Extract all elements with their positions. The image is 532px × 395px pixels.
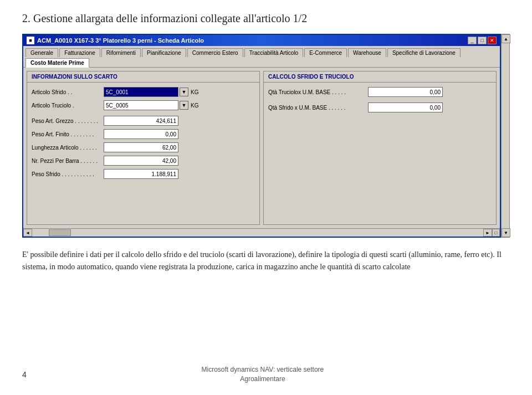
tab-ecommerce[interactable]: E-Commerce [304,48,347,57]
input-peso-sfrido[interactable] [104,169,178,179]
label-peso-sfrido: Peso Sfrido . . . . . . . . . . . [32,171,104,177]
tab-warehouse[interactable]: Warehouse [348,48,386,57]
label-qta-truciolo: Qtà Truciolox U.M. BASE . . . . . [268,89,368,95]
description-text: E' possibile definire i dati per il calc… [22,249,510,274]
tab-pianificazione[interactable]: Pianificazione [142,48,186,57]
scroll-track [32,229,483,237]
scroll-left-btn[interactable]: ◄ [23,229,32,237]
window-title: ACM_A0010 X167-3 3° Platorello 3 perni -… [37,37,204,44]
field-row-qta-sfrido: Qtà Sfrido x U.M. BASE . . . . . . [268,102,492,112]
input-qta-sfrido[interactable] [368,102,443,112]
tab-rifornimenti[interactable]: Rifornimenti [101,48,141,57]
window-content: INFORMAZIONI SULLO SCARTO Articolo Sfrid… [23,68,500,228]
btn-sfrido[interactable]: ▼ [180,88,188,96]
scroll-right-btn[interactable]: ► [483,229,492,237]
unit-truciolo: KG [191,102,198,109]
input-lunghezza[interactable] [104,142,178,152]
tab-tracciabilita[interactable]: Tracciabilità Articolo [244,48,304,57]
tab-generale[interactable]: Generale [25,48,58,57]
scroll-up-btn[interactable]: ▲ [502,34,510,43]
input-truciolo[interactable] [104,100,178,110]
field-row-pezzi: Nr. Pezzi Per Barra . . . . . . [32,156,255,166]
field-row-sfrido: Articolo Sfrido . . ▼ KG [32,87,255,97]
left-panel-header: INFORMAZIONI SULLO SCARTO [27,71,259,83]
footer: 4 Microsoft dynamics NAV: verticale sett… [0,365,532,384]
label-peso-finito: Peso Art. Finito . . . . . . . . [32,131,104,137]
unit-sfrido: KG [191,89,198,95]
right-panel: CALCOLO SFRIDO E TRUCIOLO Qtà Truciolox … [263,71,497,225]
label-qta-sfrido: Qtà Sfrido x U.M. BASE . . . . . . [268,105,368,111]
minimize-button[interactable]: _ [468,37,477,44]
field-row-qta-truciolo: Qtà Truciolox U.M. BASE . . . . . [268,87,492,97]
label-lunghezza: Lunghezza Articolo . . . . . . [32,145,104,151]
description-area: E' possibile definire i dati per il calc… [0,238,532,279]
field-row-lunghezza: Lunghezza Articolo . . . . . . [32,142,255,152]
page-number: 4 [22,370,27,379]
scroll-down-btn[interactable]: ▼ [502,228,510,237]
left-panel-body: Articolo Sfrido . . ▼ KG Articolo Trucio… [27,83,259,187]
footer-line2: Agroalimentare [202,375,324,384]
window-titlebar: ■ ACM_A0010 X167-3 3° Platorello 3 perni… [23,35,500,46]
scroll-thumb-vert [502,43,509,228]
vertical-scrollbar[interactable]: ▲ ▼ [501,34,510,238]
field-row-peso-sfrido: Peso Sfrido . . . . . . . . . . . [32,169,255,179]
right-panel-header: CALCOLO SFRIDO E TRUCIOLO [264,71,496,83]
tab-bar: Generale Fatturazione Rifornimenti Piani… [23,46,500,68]
input-sfrido[interactable] [104,87,178,97]
label-peso-grezzo: Peso Art. Grezzo . . . . . . . . [32,118,104,124]
label-sfrido: Articolo Sfrido . . [32,89,104,95]
page-title: 2. Gestione allargata delle informazioni… [22,12,510,25]
left-panel: INFORMAZIONI SULLO SCARTO Articolo Sfrid… [27,71,260,225]
scroll-end: □ [492,229,500,237]
field-row-peso-grezzo: Peso Art. Grezzo . . . . . . . . [32,116,255,126]
scroll-thumb[interactable] [49,229,71,236]
label-truciolo: Articolo Truciolo . [32,102,104,109]
input-qta-truciolo[interactable] [368,87,443,97]
footer-line1: Microsoft dynamics NAV: verticale settor… [202,365,324,375]
footer-center: Microsoft dynamics NAV: verticale settor… [202,365,324,384]
tab-costo-materie-prime[interactable]: Costo Materie Prime [25,58,89,68]
maximize-button[interactable]: □ [478,37,487,44]
close-button[interactable]: ✕ [488,37,497,44]
field-row-peso-finito: Peso Art. Finito . . . . . . . . [32,129,255,139]
input-peso-finito[interactable] [104,129,178,139]
btn-truciolo[interactable]: ▼ [180,101,188,110]
window-icon: ■ [27,37,34,44]
tab-commercio-estero[interactable]: Commercio Estero [187,48,243,57]
field-row-truciolo: Articolo Truciolo . ▼ KG [32,100,255,110]
horizontal-scrollbar[interactable]: ◄ ► □ [23,228,500,237]
input-pezzi[interactable] [104,156,178,166]
tab-specifiche[interactable]: Specifiche di Lavorazione [387,48,461,57]
tab-fatturazione[interactable]: Fatturazione [59,48,100,57]
window-controls: _ □ ✕ [468,37,497,44]
input-peso-grezzo[interactable] [104,116,178,126]
label-pezzi: Nr. Pezzi Per Barra . . . . . . [32,158,104,164]
right-panel-body: Qtà Truciolox U.M. BASE . . . . . Qtà Sf… [264,83,496,120]
